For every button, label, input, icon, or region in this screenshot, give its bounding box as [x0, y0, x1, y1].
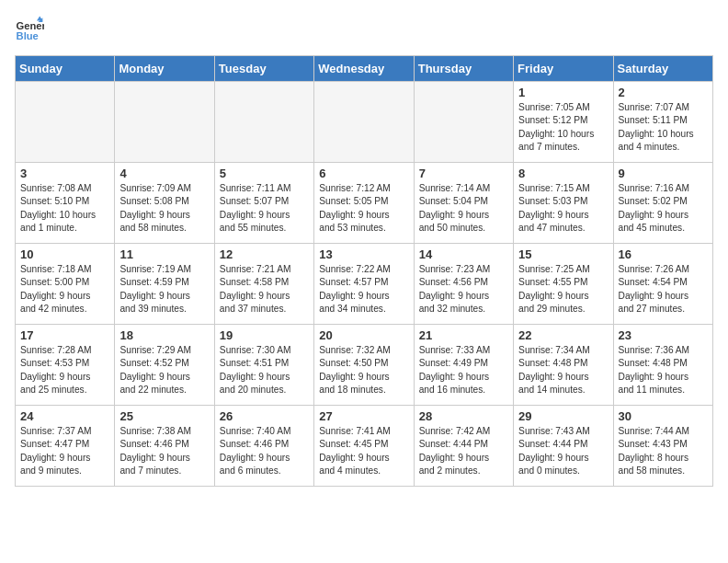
calendar-week-3: 10Sunrise: 7:18 AM Sunset: 5:00 PM Dayli…	[16, 244, 713, 325]
calendar-cell: 3Sunrise: 7:08 AM Sunset: 5:10 PM Daylig…	[16, 163, 115, 244]
day-info: Sunrise: 7:30 AM Sunset: 4:51 PM Dayligh…	[220, 344, 309, 396]
calendar-cell: 20Sunrise: 7:32 AM Sunset: 4:50 PM Dayli…	[314, 325, 414, 406]
day-info: Sunrise: 7:19 AM Sunset: 4:59 PM Dayligh…	[119, 263, 209, 316]
day-number: 29	[518, 409, 608, 423]
calendar-cell: 2Sunrise: 7:07 AM Sunset: 5:11 PM Daylig…	[613, 82, 712, 163]
day-number: 22	[518, 328, 608, 342]
day-header-monday: Monday	[115, 56, 214, 82]
calendar-header-row: SundayMondayTuesdayWednesdayThursdayFrid…	[16, 56, 713, 82]
svg-text:Blue: Blue	[17, 30, 39, 41]
calendar-cell: 16Sunrise: 7:26 AM Sunset: 4:54 PM Dayli…	[613, 244, 712, 325]
calendar-cell: 6Sunrise: 7:12 AM Sunset: 5:05 PM Daylig…	[314, 163, 414, 244]
day-number: 26	[220, 409, 309, 423]
day-number: 24	[20, 409, 109, 423]
calendar-cell: 1Sunrise: 7:05 AM Sunset: 5:12 PM Daylig…	[514, 82, 613, 163]
day-info: Sunrise: 7:40 AM Sunset: 4:46 PM Dayligh…	[220, 425, 309, 477]
day-info: Sunrise: 7:41 AM Sunset: 4:45 PM Dayligh…	[319, 425, 408, 477]
day-number: 2	[619, 86, 708, 99]
day-info: Sunrise: 7:12 AM Sunset: 5:05 PM Dayligh…	[319, 182, 408, 235]
day-number: 6	[319, 167, 408, 180]
calendar-cell: 12Sunrise: 7:21 AM Sunset: 4:58 PM Dayli…	[214, 244, 313, 325]
day-number: 21	[419, 328, 508, 342]
day-info: Sunrise: 7:16 AM Sunset: 5:02 PM Dayligh…	[619, 182, 708, 235]
day-info: Sunrise: 7:05 AM Sunset: 5:12 PM Dayligh…	[518, 101, 608, 154]
day-info: Sunrise: 7:09 AM Sunset: 5:08 PM Dayligh…	[119, 182, 209, 235]
calendar-cell	[414, 82, 513, 163]
day-number: 10	[20, 247, 109, 261]
calendar-cell: 4Sunrise: 7:09 AM Sunset: 5:08 PM Daylig…	[115, 163, 214, 244]
day-info: Sunrise: 7:26 AM Sunset: 4:54 PM Dayligh…	[619, 263, 708, 316]
calendar-cell: 28Sunrise: 7:42 AM Sunset: 4:44 PM Dayli…	[414, 406, 513, 487]
calendar-cell	[314, 82, 414, 163]
day-header-saturday: Saturday	[613, 56, 712, 82]
day-number: 4	[119, 167, 209, 180]
day-number: 27	[319, 409, 408, 423]
day-header-friday: Friday	[514, 56, 613, 82]
calendar-week-1: 1Sunrise: 7:05 AM Sunset: 5:12 PM Daylig…	[16, 82, 713, 163]
day-number: 11	[119, 247, 209, 261]
day-info: Sunrise: 7:29 AM Sunset: 4:52 PM Dayligh…	[119, 344, 209, 396]
calendar-cell: 29Sunrise: 7:43 AM Sunset: 4:44 PM Dayli…	[514, 406, 613, 487]
day-header-wednesday: Wednesday	[314, 56, 414, 82]
day-info: Sunrise: 7:21 AM Sunset: 4:58 PM Dayligh…	[220, 263, 309, 316]
calendar-cell: 25Sunrise: 7:38 AM Sunset: 4:46 PM Dayli…	[115, 406, 214, 487]
day-info: Sunrise: 7:25 AM Sunset: 4:55 PM Dayligh…	[518, 263, 608, 316]
calendar-cell: 24Sunrise: 7:37 AM Sunset: 4:47 PM Dayli…	[16, 406, 115, 487]
day-info: Sunrise: 7:36 AM Sunset: 4:48 PM Dayligh…	[619, 344, 708, 396]
calendar-cell: 7Sunrise: 7:14 AM Sunset: 5:04 PM Daylig…	[414, 163, 513, 244]
day-info: Sunrise: 7:33 AM Sunset: 4:49 PM Dayligh…	[419, 344, 508, 396]
day-header-tuesday: Tuesday	[214, 56, 313, 82]
calendar-cell: 10Sunrise: 7:18 AM Sunset: 5:00 PM Dayli…	[16, 244, 115, 325]
day-info: Sunrise: 7:34 AM Sunset: 4:48 PM Dayligh…	[518, 344, 608, 396]
calendar-cell: 9Sunrise: 7:16 AM Sunset: 5:02 PM Daylig…	[613, 163, 712, 244]
calendar-cell: 5Sunrise: 7:11 AM Sunset: 5:07 PM Daylig…	[214, 163, 313, 244]
calendar-cell: 14Sunrise: 7:23 AM Sunset: 4:56 PM Dayli…	[414, 244, 513, 325]
day-number: 28	[419, 409, 508, 423]
calendar-cell: 13Sunrise: 7:22 AM Sunset: 4:57 PM Dayli…	[314, 244, 414, 325]
day-info: Sunrise: 7:07 AM Sunset: 5:11 PM Dayligh…	[619, 101, 708, 154]
day-number: 16	[619, 247, 708, 261]
day-info: Sunrise: 7:42 AM Sunset: 4:44 PM Dayligh…	[419, 425, 508, 477]
day-number: 1	[518, 86, 608, 99]
calendar-cell	[214, 82, 313, 163]
calendar-cell: 15Sunrise: 7:25 AM Sunset: 4:55 PM Dayli…	[514, 244, 613, 325]
day-info: Sunrise: 7:44 AM Sunset: 4:43 PM Dayligh…	[619, 425, 708, 477]
day-info: Sunrise: 7:08 AM Sunset: 5:10 PM Dayligh…	[20, 182, 109, 235]
page-header: General Blue	[15, 15, 713, 44]
calendar-cell	[115, 82, 214, 163]
day-number: 23	[619, 328, 708, 342]
day-number: 3	[20, 167, 109, 180]
day-header-sunday: Sunday	[16, 56, 115, 82]
day-info: Sunrise: 7:43 AM Sunset: 4:44 PM Dayligh…	[518, 425, 608, 477]
calendar-week-4: 17Sunrise: 7:28 AM Sunset: 4:53 PM Dayli…	[16, 325, 713, 406]
day-number: 13	[319, 247, 408, 261]
day-info: Sunrise: 7:14 AM Sunset: 5:04 PM Dayligh…	[419, 182, 508, 235]
calendar-cell: 19Sunrise: 7:30 AM Sunset: 4:51 PM Dayli…	[214, 325, 313, 406]
day-info: Sunrise: 7:11 AM Sunset: 5:07 PM Dayligh…	[220, 182, 309, 235]
day-info: Sunrise: 7:32 AM Sunset: 4:50 PM Dayligh…	[319, 344, 408, 396]
day-info: Sunrise: 7:22 AM Sunset: 4:57 PM Dayligh…	[319, 263, 408, 316]
calendar-week-5: 24Sunrise: 7:37 AM Sunset: 4:47 PM Dayli…	[16, 406, 713, 487]
calendar-cell	[16, 82, 115, 163]
calendar-cell: 18Sunrise: 7:29 AM Sunset: 4:52 PM Dayli…	[115, 325, 214, 406]
calendar-cell: 22Sunrise: 7:34 AM Sunset: 4:48 PM Dayli…	[514, 325, 613, 406]
day-number: 17	[20, 328, 109, 342]
day-number: 8	[518, 167, 608, 180]
calendar-cell: 27Sunrise: 7:41 AM Sunset: 4:45 PM Dayli…	[314, 406, 414, 487]
logo: General Blue	[15, 15, 48, 44]
day-info: Sunrise: 7:15 AM Sunset: 5:03 PM Dayligh…	[518, 182, 608, 235]
day-number: 19	[220, 328, 309, 342]
day-number: 25	[119, 409, 209, 423]
calendar-cell: 26Sunrise: 7:40 AM Sunset: 4:46 PM Dayli…	[214, 406, 313, 487]
day-info: Sunrise: 7:23 AM Sunset: 4:56 PM Dayligh…	[419, 263, 508, 316]
day-number: 20	[319, 328, 408, 342]
day-number: 18	[119, 328, 209, 342]
calendar-cell: 11Sunrise: 7:19 AM Sunset: 4:59 PM Dayli…	[115, 244, 214, 325]
day-info: Sunrise: 7:18 AM Sunset: 5:00 PM Dayligh…	[20, 263, 109, 316]
calendar-cell: 23Sunrise: 7:36 AM Sunset: 4:48 PM Dayli…	[613, 325, 712, 406]
day-info: Sunrise: 7:28 AM Sunset: 4:53 PM Dayligh…	[20, 344, 109, 396]
calendar-table: SundayMondayTuesdayWednesdayThursdayFrid…	[15, 55, 713, 487]
day-number: 15	[518, 247, 608, 261]
day-number: 5	[220, 167, 309, 180]
day-number: 7	[419, 167, 508, 180]
